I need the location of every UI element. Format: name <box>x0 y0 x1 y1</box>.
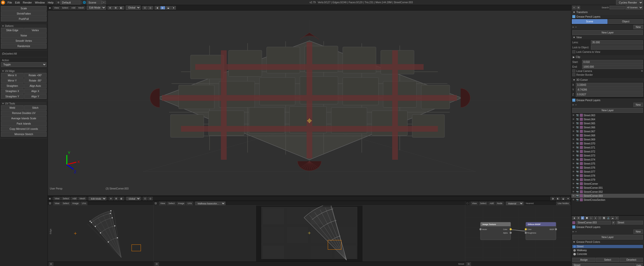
render-border-checkbox[interactable] <box>572 73 575 76</box>
footer-prop-edit-btn[interactable]: ◎ <box>148 197 153 200</box>
outliner-item-3[interactable]: 👁📷Street.066 <box>571 125 644 129</box>
action-select[interactable]: Toggle <box>1 62 47 67</box>
outliner-item-15[interactable]: 👁📷Street.078 <box>571 174 644 178</box>
global-transform-btn[interactable]: ⊕ <box>108 6 113 10</box>
assign-button[interactable]: Assign <box>572 258 595 262</box>
local-camera-checkbox[interactable] <box>572 69 575 72</box>
eye-icon-14[interactable]: 👁 <box>572 170 575 173</box>
outliner-item-18[interactable]: 👁📷StreetCorner.001 <box>571 186 644 190</box>
layout-input[interactable] <box>60 1 80 5</box>
noise-button[interactable]: Noise <box>1 33 47 38</box>
texture-select[interactable]: Walkway basecolor... <box>195 202 225 205</box>
outliner-item-17[interactable]: 👁📷StreetCorner <box>571 182 644 186</box>
eye-icon-2[interactable]: 👁 <box>572 122 575 125</box>
footer-shading-2-btn[interactable]: ◐ <box>556 197 560 200</box>
eye-icon-17[interactable]: 👁 <box>572 182 575 185</box>
outliner-item-13[interactable]: 👁📷Street.076 <box>571 166 644 170</box>
prop-icon-10[interactable]: ☁ <box>611 216 614 220</box>
render-icon-0[interactable]: 📷 <box>576 114 579 117</box>
view-menu-btn[interactable]: View <box>53 6 60 10</box>
outliner-item-14[interactable]: 👁📷Street.077 <box>571 170 644 174</box>
viewport-shading-btn[interactable]: ◐ <box>160 6 165 10</box>
render-overlay-btn[interactable]: ◑ <box>155 6 160 10</box>
scene-svg-container[interactable]: X Y Z <box>48 11 571 190</box>
weld-button[interactable]: Weld <box>1 105 24 110</box>
render-icon-20[interactable]: 📷 <box>576 195 579 197</box>
align-auto-button[interactable]: Align Auto <box>24 84 47 88</box>
align-y-button[interactable]: Align Y <box>24 94 47 99</box>
select-button[interactable]: Select <box>596 258 619 262</box>
outliner-item-19[interactable]: 👁📷StreetCorner.002 <box>571 190 644 194</box>
deselect-all-button[interactable]: (De)select All <box>1 51 47 56</box>
uv-left-view[interactable]: View <box>53 202 61 205</box>
menu-edit[interactable]: Edit <box>14 0 21 5</box>
footer-global-btn[interactable]: ⊕ <box>109 197 113 200</box>
mesh-menu-btn[interactable]: Mesh <box>77 6 85 10</box>
gp-new-layer-button[interactable]: New Layer <box>572 30 643 35</box>
uv-align-header[interactable]: ▼ UV Align <box>1 69 47 73</box>
node-viewport[interactable]: Image Texture Color Alpha <box>465 206 571 261</box>
node-select-btn[interactable]: Select <box>479 202 488 205</box>
eye-icon-12[interactable]: 👁 <box>572 162 575 165</box>
render-icon-17[interactable]: 📷 <box>576 182 579 185</box>
render-icon-13[interactable]: 📷 <box>576 166 579 169</box>
outliner-item-1[interactable]: 👁📷Street.064 <box>571 117 644 121</box>
perspective-btn[interactable]: ◧ <box>119 6 124 10</box>
viewport-3d[interactable]: ▣ View Select Add Mesh Edit Mode ⊕ ⊠ ◧ G… <box>48 5 571 196</box>
rotate-plus90-button[interactable]: Rotate +90° <box>24 73 47 78</box>
cursor-header[interactable]: ▼ 3D Cursor <box>571 78 644 82</box>
material-field-input[interactable] <box>572 263 634 266</box>
use-nodes-btn[interactable]: Use Nodes <box>556 202 570 205</box>
straighten-y-button[interactable]: Straighten Y <box>1 94 24 99</box>
straighten-x-button[interactable]: Straighten X <box>1 89 24 94</box>
outliner-item-6[interactable]: 👁📷Street.069 <box>571 137 644 141</box>
uv-left-footer-icon[interactable]: ⊡ <box>49 262 53 266</box>
mesh-tools-header[interactable]: ▼ Deform: <box>1 24 47 28</box>
render-icon-6[interactable]: 📷 <box>576 138 579 141</box>
render-icon-3[interactable]: 📷 <box>576 126 579 129</box>
edit-mode-select[interactable]: Edit Mode <box>87 6 106 10</box>
slide-edge-button[interactable]: Slide Edge <box>1 28 24 33</box>
deselect-button[interactable]: Deselect <box>620 258 643 262</box>
remove-doubles-uv-button[interactable]: Remove Doubles UV <box>1 111 47 116</box>
pack-islands-button[interactable]: Pack Islands <box>1 121 47 126</box>
footer-orient-select[interactable]: Global <box>126 197 141 200</box>
x-input[interactable] <box>576 83 643 87</box>
rotate-minus90-button[interactable]: Rotate -90° <box>24 78 47 83</box>
node-material-select[interactable]: Material <box>506 202 524 205</box>
prop-icon-1[interactable]: ◑ <box>572 216 576 220</box>
outliner-item-2[interactable]: 👁📷Street.065 <box>571 121 644 125</box>
outliner-item-16[interactable]: 👁📷Street.079 <box>571 178 644 182</box>
render-engine-select[interactable]: Cycles Render <box>616 0 643 5</box>
align-x-button[interactable]: Align X <box>24 89 47 94</box>
gp3-new-layer-button[interactable]: New Layer <box>572 235 643 240</box>
uv-left-uvs[interactable]: UVs <box>80 202 87 205</box>
footer-add-btn[interactable]: Add <box>71 197 77 200</box>
scene-select[interactable]: All Scenes <box>625 6 643 10</box>
randomize-button[interactable]: Randomize <box>1 44 47 49</box>
node-add-btn[interactable]: Add <box>488 202 495 205</box>
footer-view-btn[interactable]: View <box>53 197 61 200</box>
gp-color-item-2[interactable]: Concrete <box>572 252 643 256</box>
scene-tab[interactable]: Scene <box>572 19 608 24</box>
footer-mesh-btn[interactable]: Mesh <box>78 197 86 200</box>
lock-camera-checkbox[interactable] <box>572 50 575 53</box>
footer-shading-3-btn[interactable]: ◒ <box>561 197 566 200</box>
proportional-btn[interactable]: ◎ <box>148 6 153 10</box>
footer-shading-4-btn[interactable]: ● <box>566 197 570 200</box>
uv-left-image[interactable]: Image <box>71 202 80 205</box>
data-button[interactable]: Data <box>635 263 643 266</box>
outliner-item-12[interactable]: 👁📷Street.075 <box>571 162 644 166</box>
eye-icon-13[interactable]: 👁 <box>572 166 575 169</box>
start-input[interactable] <box>582 60 643 64</box>
view-3d-btn[interactable]: ⊠ <box>113 6 118 10</box>
node-node-btn[interactable]: Node <box>496 202 504 205</box>
eye-icon-6[interactable]: 👁 <box>572 138 575 141</box>
outliner-new-layer-button[interactable]: New Layer <box>572 108 643 113</box>
footer-shading-1-btn[interactable]: ◑ <box>550 197 555 200</box>
uv-center-view[interactable]: View <box>159 202 166 205</box>
eye-icon-7[interactable]: 👁 <box>572 142 575 145</box>
gp-color-item-0[interactable]: Street <box>572 245 643 248</box>
render-icon-10[interactable]: 📷 <box>576 154 579 157</box>
render-icon-18[interactable]: 📷 <box>576 186 579 189</box>
